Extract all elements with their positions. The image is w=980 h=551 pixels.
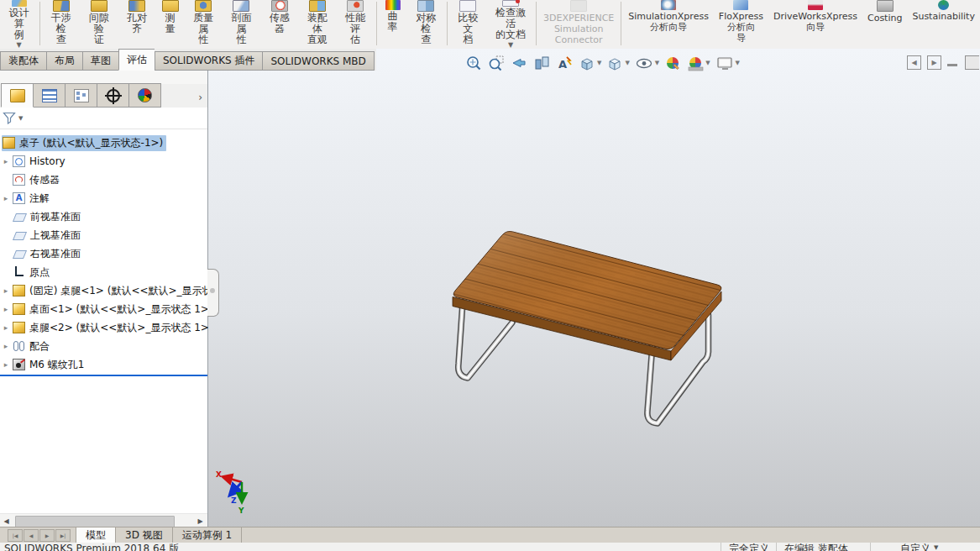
- ribbon-check-active-document[interactable]: 检查激活 的文档 ▼: [487, 0, 534, 49]
- floxpress-icon: [733, 0, 748, 10]
- compare-documents-icon: [459, 0, 476, 12]
- tab-motion-study-1[interactable]: 运动算例 1: [173, 527, 242, 543]
- tree-item-leg2[interactable]: 桌腿<2> (默认<<默认>_显示状态 1>: [0, 318, 207, 337]
- edit-appearance-button[interactable]: [663, 54, 684, 73]
- ribbon-curvature[interactable]: 曲率: [379, 0, 407, 49]
- ribbon-simulationxpress[interactable]: SimulationXpress 分析向导: [623, 0, 714, 49]
- ribbon-hole-alignment[interactable]: 孔对齐: [118, 0, 155, 49]
- tree-item-annotations[interactable]: 注解: [0, 189, 207, 207]
- sensors-icon: [13, 174, 25, 186]
- panel-header: [0, 71, 207, 84]
- panel-collapse-handle[interactable]: [207, 269, 219, 317]
- filter-funnel-icon: [3, 112, 17, 124]
- tree-horizontal-scrollbar[interactable]: ◀ ▶: [0, 513, 207, 527]
- tree-item-history[interactable]: History: [0, 152, 207, 171]
- tree-item-tabletop[interactable]: 桌面<1> (默认<<默认>_显示状态 1>: [0, 300, 207, 318]
- collapse-pane-left-button[interactable]: ◀: [907, 55, 921, 70]
- apply-scene-button[interactable]: ▼: [685, 54, 711, 73]
- tree-item-right-plane[interactable]: 右视基准面: [0, 244, 207, 263]
- tab-dimxpertmanager[interactable]: [97, 83, 129, 108]
- ribbon-floxpress[interactable]: FloXpress 分析向 导: [714, 0, 768, 49]
- expand-arrow-icon[interactable]: [0, 342, 12, 350]
- ribbon-mass-properties[interactable]: 质量属 性: [185, 0, 223, 49]
- graphics-area[interactable]: X Z Y: [207, 49, 980, 527]
- tree-item-origin[interactable]: 原点: [0, 263, 207, 281]
- ribbon-section-properties[interactable]: 剖面属 性: [223, 0, 260, 49]
- minimize-button[interactable]: [947, 56, 959, 69]
- ribbon-costing[interactable]: Costing: [862, 0, 907, 49]
- display-style-icon: [606, 55, 624, 72]
- expand-arrow-icon[interactable]: [0, 286, 12, 295]
- previous-tab-button[interactable]: [24, 529, 39, 542]
- expand-arrow-icon[interactable]: [0, 360, 12, 369]
- table-model[interactable]: [453, 232, 721, 423]
- ribbon-sustainability[interactable]: Sustainability: [907, 0, 979, 49]
- simulationxpress-icon: [661, 0, 676, 10]
- scroll-left-icon[interactable]: ◀: [0, 515, 13, 527]
- tree-item-leg1[interactable]: (固定) 桌腿<1> (默认<<默认>_显示状: [0, 281, 207, 300]
- tree-item-sensors[interactable]: 传感器: [0, 171, 207, 189]
- restore-button[interactable]: [965, 55, 979, 70]
- expand-arrow-icon[interactable]: [0, 157, 12, 165]
- zoom-to-fit-button[interactable]: [464, 54, 485, 73]
- previous-view-button[interactable]: [509, 54, 530, 73]
- tree-item-mates[interactable]: 配合: [0, 337, 207, 355]
- tree-item-root[interactable]: 桌子 (默认<默认_显示状态-1>): [0, 134, 207, 152]
- tab-sketch[interactable]: 草图: [82, 51, 118, 71]
- expand-arrow-icon[interactable]: [0, 323, 12, 332]
- tab-displaymanager[interactable]: [129, 83, 161, 108]
- tab-evaluate[interactable]: 评估: [118, 49, 155, 71]
- ribbon-symmetry-check[interactable]: 对称检 查: [407, 0, 445, 49]
- ribbon-assembly-visualization[interactable]: 装配体 直观: [298, 0, 336, 49]
- tab-model[interactable]: 模型: [76, 527, 116, 543]
- tree-filter[interactable]: ▼: [0, 108, 207, 129]
- dropdown-caret-icon: ▼: [934, 544, 938, 551]
- scrollbar-thumb[interactable]: [15, 516, 175, 527]
- tree-item-top-plane[interactable]: 上视基准面: [0, 226, 207, 244]
- hide-show-items-button[interactable]: ▼: [633, 54, 661, 73]
- expand-arrow-icon[interactable]: [0, 194, 12, 202]
- hide-show-items-icon: [635, 55, 654, 72]
- model-view[interactable]: X Z Y: [207, 49, 980, 527]
- hole-wizard-icon: [13, 359, 25, 370]
- last-tab-button[interactable]: [55, 529, 71, 542]
- tab-propertymanager[interactable]: [34, 83, 66, 108]
- scroll-right-icon[interactable]: ▶: [194, 515, 207, 527]
- origin-icon: [13, 266, 25, 278]
- dropdown-caret-icon: ▼: [508, 42, 513, 49]
- ribbon-interference-check[interactable]: 干涉检 查: [42, 0, 80, 49]
- expand-arrow-icon[interactable]: [0, 305, 12, 313]
- tab-featuremanager[interactable]: [1, 83, 34, 108]
- first-tab-button[interactable]: [8, 529, 23, 542]
- next-tab-button[interactable]: [39, 529, 55, 542]
- sustainability-icon: [938, 0, 949, 10]
- tab-assembly[interactable]: 装配体: [0, 51, 46, 71]
- mass-properties-icon: [195, 0, 212, 12]
- zoom-to-area-button[interactable]: [486, 54, 507, 73]
- display-style-button[interactable]: ▼: [605, 54, 631, 73]
- tab-solidworks-addins[interactable]: SOLIDWORKS 插件: [155, 51, 262, 71]
- panel-tabs-overflow-icon[interactable]: ›: [198, 92, 202, 103]
- ribbon-measure[interactable]: 测量: [156, 0, 185, 49]
- ribbon-design-study[interactable]: 设计算 例 ▼: [0, 0, 38, 49]
- ribbon-performance-evaluation[interactable]: 性能评 估: [336, 0, 374, 49]
- view-settings-button[interactable]: ▼: [714, 54, 742, 73]
- zoom-to-fit-icon: [465, 55, 483, 72]
- rollback-bar[interactable]: [0, 375, 207, 376]
- section-view-button[interactable]: [532, 54, 553, 73]
- ribbon-driveworksxpress[interactable]: DriveWorksXpress 向导: [768, 0, 862, 49]
- tree-item-m6-thread-hole[interactable]: M6 螺纹孔1: [0, 355, 207, 374]
- view-orientation-button[interactable]: ▼: [577, 54, 603, 73]
- tab-solidworks-mbd[interactable]: SOLIDWORKS MBD: [262, 51, 374, 71]
- tree-item-front-plane[interactable]: 前视基准面: [0, 207, 207, 226]
- status-custom[interactable]: 自定义: [900, 543, 930, 551]
- ribbon-sensor[interactable]: 传感器: [260, 0, 298, 49]
- tab-configurationmanager[interactable]: [66, 83, 97, 108]
- ribbon-clearance-verification[interactable]: 间隙验 证: [80, 0, 118, 49]
- ribbon-compare-documents[interactable]: 比较文 档: [449, 0, 487, 49]
- tab-3d-views[interactable]: 3D 视图: [116, 527, 173, 543]
- propertymanager-icon: [42, 89, 57, 102]
- hide-show-annotations-button[interactable]: A: [554, 54, 575, 73]
- collapse-pane-right-button[interactable]: ▶: [927, 55, 941, 70]
- tab-layout[interactable]: 布局: [46, 51, 82, 71]
